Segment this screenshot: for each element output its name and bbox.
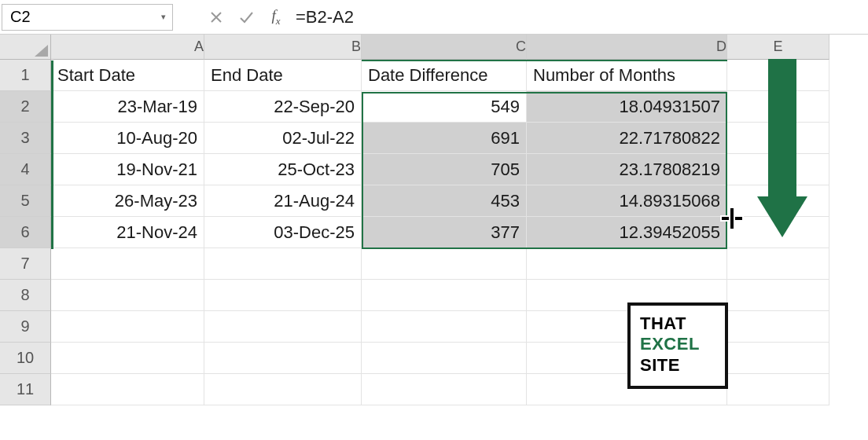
cell-b10[interactable] [204, 343, 362, 374]
logo-line-3: SITE [640, 355, 715, 376]
cell-c2[interactable]: 549 [362, 91, 527, 123]
cell-b4[interactable]: 25-Oct-23 [204, 154, 362, 185]
cell-b5[interactable]: 21-Aug-24 [204, 185, 362, 217]
logo-line-2: EXCEL [640, 334, 715, 354]
cell-a6[interactable]: 21-Nov-24 [51, 217, 204, 248]
cell-a2[interactable]: 23-Mar-19 [51, 91, 204, 123]
cell-b3[interactable]: 02-Jul-22 [204, 123, 362, 154]
cell-a4[interactable]: 19-Nov-21 [51, 154, 204, 185]
chevron-down-icon[interactable]: ▾ [161, 12, 166, 22]
cell-a11[interactable] [51, 374, 204, 405]
down-arrow-icon [757, 59, 807, 237]
cell-e7[interactable] [727, 248, 829, 280]
fx-icon: fx [271, 7, 280, 28]
cell-d2[interactable]: 18.04931507 [527, 91, 727, 123]
col-header-c[interactable]: C [362, 35, 527, 60]
cell-c8[interactable] [362, 280, 527, 311]
cell-c6[interactable]: 377 [362, 217, 527, 248]
cell-a7[interactable] [51, 248, 204, 280]
cell-e8[interactable] [727, 280, 829, 311]
cell-b8[interactable] [204, 280, 362, 311]
logo-line-1: THAT [640, 314, 715, 334]
cell-b1[interactable]: End Date [204, 60, 362, 91]
row-header-5[interactable]: 5 [0, 185, 51, 217]
cell-d3[interactable]: 22.71780822 [527, 123, 727, 154]
cell-b11[interactable] [204, 374, 362, 405]
row-selection-indicator [51, 60, 53, 249]
row-header-4[interactable]: 4 [0, 154, 51, 185]
row-header-3[interactable]: 3 [0, 123, 51, 154]
cell-c3[interactable]: 691 [362, 123, 527, 154]
cell-c11[interactable] [362, 374, 527, 405]
row-header-7[interactable]: 7 [0, 248, 51, 280]
x-icon [209, 10, 223, 24]
row-header-10[interactable]: 10 [0, 343, 51, 374]
check-icon [238, 10, 254, 24]
select-all-corner[interactable] [0, 35, 51, 60]
cell-c5[interactable]: 453 [362, 185, 527, 217]
cell-c9[interactable] [362, 311, 527, 343]
cell-d4[interactable]: 23.17808219 [527, 154, 727, 185]
cell-reference: C2 [10, 8, 31, 26]
cell-c4[interactable]: 705 [362, 154, 527, 185]
confirm-formula-button[interactable] [231, 4, 261, 31]
cancel-formula-button[interactable] [201, 4, 231, 31]
row-header-11[interactable]: 11 [0, 374, 51, 405]
cell-c1[interactable]: Date Difference [362, 60, 527, 91]
cell-a10[interactable] [51, 343, 204, 374]
cell-d5[interactable]: 14.89315068 [527, 185, 727, 217]
cell-b7[interactable] [204, 248, 362, 280]
row-header-8[interactable]: 8 [0, 280, 51, 311]
cell-e11[interactable] [727, 374, 829, 405]
cell-d7[interactable] [527, 248, 727, 280]
cell-a8[interactable] [51, 280, 204, 311]
col-header-b[interactable]: B [204, 35, 362, 60]
row-header-9[interactable]: 9 [0, 311, 51, 343]
cell-c10[interactable] [362, 343, 527, 374]
cell-a3[interactable]: 10-Aug-20 [51, 123, 204, 154]
cell-a9[interactable] [51, 311, 204, 343]
cell-b2[interactable]: 22-Sep-20 [204, 91, 362, 123]
cell-c7[interactable] [362, 248, 527, 280]
formula-bar: C2 ▾ fx [0, 0, 868, 35]
cell-e10[interactable] [727, 343, 829, 374]
cell-b9[interactable] [204, 311, 362, 343]
site-logo: THAT EXCEL SITE [627, 302, 728, 389]
cell-b6[interactable]: 03-Dec-25 [204, 217, 362, 248]
cell-d6[interactable]: 12.39452055 [527, 217, 727, 248]
name-box[interactable]: C2 ▾ [2, 4, 173, 31]
row-header-1[interactable]: 1 [0, 60, 51, 91]
insert-function-button[interactable]: fx [261, 4, 291, 31]
col-header-a[interactable]: A [51, 35, 204, 60]
col-header-d[interactable]: D [527, 35, 727, 60]
cell-d1[interactable]: Number of Months [527, 60, 727, 91]
col-header-e[interactable]: E [727, 35, 829, 60]
fill-handle-cursor-icon [722, 207, 744, 229]
row-header-2[interactable]: 2 [0, 91, 51, 123]
row-header-6[interactable]: 6 [0, 217, 51, 248]
formula-input[interactable] [291, 4, 866, 31]
cell-e9[interactable] [727, 311, 829, 343]
cell-a5[interactable]: 26-May-23 [51, 185, 204, 217]
cell-a1[interactable]: Start Date [51, 60, 204, 91]
